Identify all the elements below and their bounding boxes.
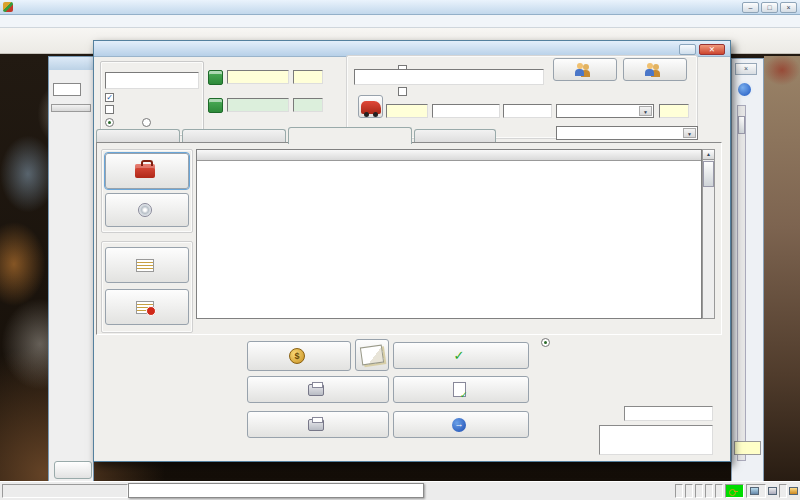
contato-field[interactable]	[432, 104, 500, 118]
status-version	[746, 484, 766, 498]
order-dialog: ✕ ✓	[93, 40, 731, 462]
exit-arrow-icon: →	[452, 418, 466, 432]
menu-bar	[0, 15, 800, 28]
car-icon	[361, 101, 381, 114]
hora-prev-field[interactable]	[293, 98, 323, 112]
dialog-close-button[interactable]: ✕	[699, 44, 725, 55]
automatico-button[interactable]	[105, 193, 189, 227]
car-button[interactable]	[358, 95, 383, 118]
dialog-help-button[interactable]	[679, 44, 696, 55]
form-delete-icon	[136, 301, 154, 314]
background-photo-right	[764, 56, 800, 481]
status-caps	[685, 484, 693, 498]
telefone-field[interactable]	[503, 104, 552, 118]
printer-icon	[308, 384, 324, 396]
order-number-field[interactable]	[105, 72, 199, 89]
scroll-thumb[interactable]	[703, 161, 714, 187]
desconto-value	[624, 406, 713, 421]
placa-field[interactable]	[386, 104, 428, 118]
tab-dados-veiculo[interactable]	[96, 129, 180, 143]
minimize-button[interactable]: –	[742, 2, 759, 13]
dt-entrada-field[interactable]	[227, 70, 289, 84]
status-ins	[695, 484, 703, 498]
orders-list-title	[49, 57, 93, 70]
screen: – □ × × ✕ ✓	[0, 0, 800, 500]
printer-icon-2	[308, 419, 324, 431]
status-num	[675, 484, 683, 498]
orcamento-checkbox[interactable]	[105, 105, 114, 114]
receipt-icon	[360, 345, 384, 366]
print-values-radio[interactable]	[541, 338, 550, 347]
tab-principais-informacoes[interactable]	[182, 129, 286, 143]
imprimir-matricial-button[interactable]	[247, 411, 389, 438]
tab-observacoes-gerais[interactable]	[414, 129, 496, 143]
tab-lista-produtos-servicos[interactable]	[288, 127, 412, 144]
ordem-servico-checkbox[interactable]: ✓	[105, 93, 114, 102]
hora-entrada-field[interactable]	[293, 70, 323, 84]
photo-viewer-close-icon[interactable]: ×	[735, 63, 757, 75]
scroll-up-icon[interactable]: ▲	[703, 150, 714, 160]
status-date	[705, 484, 713, 498]
pesquisar-button[interactable]	[623, 58, 687, 81]
sair-ordem-button[interactable]: →	[393, 411, 529, 438]
app-icon	[3, 2, 13, 12]
coin-icon: $	[289, 348, 305, 364]
condicoes-pagamento-button[interactable]: $	[247, 341, 351, 371]
prev-entrega-field[interactable]	[227, 98, 289, 112]
items-grid-header	[197, 150, 701, 161]
incluir-button[interactable]	[105, 153, 189, 189]
photo-viewer-scrollbar[interactable]	[737, 105, 746, 461]
alterar-button[interactable]	[105, 247, 189, 283]
items-grid	[196, 149, 702, 319]
photo-viewer-window: ×	[731, 58, 764, 486]
logo-icon	[789, 487, 798, 495]
excluir-button[interactable]	[105, 289, 189, 325]
via2-radio[interactable]	[142, 118, 151, 127]
status-location	[2, 484, 128, 498]
orders-list-button[interactable]	[54, 461, 92, 479]
orders-list-filter[interactable]	[53, 83, 81, 96]
green-check-icon: ✓	[454, 350, 465, 362]
orders-list-window	[48, 56, 94, 486]
mecanico-dropdown[interactable]	[556, 104, 654, 118]
form-icon	[136, 259, 154, 272]
situacao-dropdown[interactable]	[556, 126, 698, 140]
toolbox-icon	[135, 164, 155, 178]
people-icon	[574, 62, 592, 77]
calendar-icon-2[interactable]	[208, 98, 223, 113]
image-viewer-tooltip	[128, 483, 424, 498]
client-name-field[interactable]	[354, 69, 544, 85]
status-time	[715, 484, 723, 498]
cd-icon	[138, 203, 152, 217]
total-value	[599, 425, 713, 455]
key-icon	[729, 489, 737, 494]
finalizar-ordem-button[interactable]	[393, 376, 529, 403]
orders-list-column-header	[51, 104, 91, 112]
main-titlebar: – □ ×	[0, 0, 800, 15]
imprimir-jato-button[interactable]	[247, 376, 389, 403]
receipt-button[interactable]	[355, 339, 389, 371]
monitor-icon	[750, 487, 759, 495]
items-grid-scrollbar[interactable]: ▲	[702, 149, 715, 319]
status-user	[725, 484, 744, 498]
restore-button[interactable]: □	[761, 2, 778, 13]
salvar-ordem-button[interactable]: ✓	[393, 342, 529, 369]
blue-circle-icon	[736, 81, 753, 98]
document-check-icon	[453, 382, 466, 397]
calendar-icon[interactable]	[208, 70, 223, 85]
behind-value-field	[734, 441, 761, 455]
close-button[interactable]: ×	[780, 2, 797, 13]
via1-radio[interactable]	[105, 118, 114, 127]
status-brand	[779, 484, 787, 498]
box-field[interactable]	[659, 104, 689, 118]
consultar-button[interactable]	[553, 58, 617, 81]
people-icon	[644, 62, 662, 77]
printer-status-icon	[768, 487, 777, 495]
